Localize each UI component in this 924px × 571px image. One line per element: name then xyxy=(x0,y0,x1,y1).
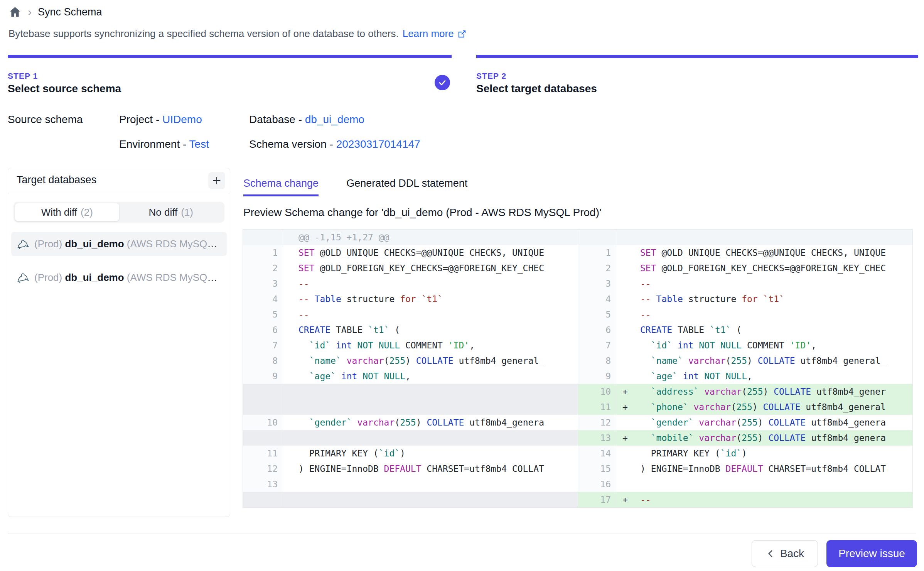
code-line: SET @OLD_UNIQUE_CHECKS=@@UNIQUE_CHECKS, … xyxy=(616,245,912,260)
tab-schema-change[interactable]: Schema change xyxy=(243,177,319,196)
target-databases-panel: Target databases With diff (2) No diff (… xyxy=(8,168,230,517)
line-number xyxy=(243,384,283,399)
environment-badge: (Prod) xyxy=(34,238,62,250)
page-description: Bytebase supports synchronizing a specif… xyxy=(8,28,467,40)
page-title: Sync Schema xyxy=(38,6,102,18)
environment-link[interactable]: Test xyxy=(189,138,209,150)
tab-no-diff[interactable]: No diff (1) xyxy=(119,203,223,221)
project-label: Project - xyxy=(119,113,162,125)
step2-label: STEP 2 xyxy=(476,71,506,81)
database-name: db_ui_demo xyxy=(65,238,124,250)
line-number: 1 xyxy=(243,245,283,260)
line-number: 12 xyxy=(578,415,616,430)
tab-with-diff[interactable]: With diff (2) xyxy=(15,203,119,221)
diff-row: 3--3-- xyxy=(243,276,912,291)
diff-table: @@ -1,15 +1,27 @@1SET @OLD_UNIQUE_CHECKS… xyxy=(243,229,913,508)
diff-row: 1SET @OLD_UNIQUE_CHECKS=@@UNIQUE_CHECKS,… xyxy=(243,245,912,260)
code-line: + `address` varchar(255) COLLATE utf8mb4… xyxy=(616,384,912,399)
code-line: SET @OLD_FOREIGN_KEY_CHECKS=@@FOREIGN_KE… xyxy=(283,260,578,276)
diff-filter-tabs: With diff (2) No diff (1) xyxy=(13,202,224,223)
line-number: 3 xyxy=(243,276,283,291)
environment-badge: (Prod) xyxy=(34,272,62,283)
diff-row: 1316 xyxy=(243,476,912,492)
code-line: CREATE TABLE `t1` ( xyxy=(283,322,578,338)
line-number: 4 xyxy=(243,291,283,307)
source-database-field: Database - db_ui_demo xyxy=(249,113,364,126)
diff-sign: + xyxy=(622,399,640,415)
code-line: `id` int NOT NULL COMMENT 'ID', xyxy=(283,338,578,353)
project-link[interactable]: UIDemo xyxy=(162,113,202,125)
code-line: -- xyxy=(616,307,912,322)
code-line: `gender` varchar(255) COLLATE utf8mb4_ge… xyxy=(283,415,578,430)
learn-more-link[interactable]: Learn more xyxy=(403,28,467,40)
code-line xyxy=(283,476,578,492)
diff-row: 6CREATE TABLE `t1` (6CREATE TABLE `t1` ( xyxy=(243,322,912,338)
breadcrumb-chevron-icon: › xyxy=(28,5,32,19)
preview-tabs: Schema change Generated DDL statement xyxy=(243,177,467,196)
code-line xyxy=(616,230,912,245)
step1-progress-bar xyxy=(8,55,452,58)
line-number: 16 xyxy=(578,476,616,492)
breadcrumb: › Sync Schema xyxy=(8,5,102,19)
diff-sign: + xyxy=(622,492,640,507)
code-line xyxy=(283,399,578,415)
preview-issue-button[interactable]: Preview issue xyxy=(826,540,917,567)
database-item-text: (Prod) db_ui_demo (AWS RDS MySQL Prod) xyxy=(34,272,221,284)
add-target-database-button[interactable] xyxy=(208,172,225,189)
with-diff-label: With diff xyxy=(41,206,77,218)
diff-row: @@ -1,15 +1,27 @@ xyxy=(243,230,912,245)
code-line: ) ENGINE=InnoDB DEFAULT CHARSET=utf8mb4 … xyxy=(616,461,912,476)
step2-title: Select target databases xyxy=(476,83,597,95)
code-line: SET @OLD_UNIQUE_CHECKS=@@UNIQUE_CHECKS, … xyxy=(283,245,578,260)
line-number: 5 xyxy=(578,307,616,322)
code-line: -- xyxy=(283,276,578,291)
diff-row: 7 `id` int NOT NULL COMMENT 'ID',7 `id` … xyxy=(243,338,912,353)
external-link-icon xyxy=(457,29,467,39)
diff-row: 9 `age` int NOT NULL,9 `age` int NOT NUL… xyxy=(243,368,912,384)
diff-row: 4-- Table structure for `t1`4-- Table st… xyxy=(243,291,912,307)
line-number: 6 xyxy=(578,322,616,338)
line-number: 3 xyxy=(578,276,616,291)
code-line: `age` int NOT NULL, xyxy=(616,368,912,384)
tab-generated-ddl[interactable]: Generated DDL statement xyxy=(346,177,467,196)
code-line: `age` int NOT NULL, xyxy=(283,368,578,384)
code-line: -- Table structure for `t1` xyxy=(283,291,578,307)
code-line xyxy=(283,492,578,507)
database-list-item[interactable]: (Prod) db_ui_demo (AWS RDS MySQL Prod) xyxy=(11,232,227,256)
schema-version-link[interactable]: 20230317014147 xyxy=(336,138,420,150)
home-icon[interactable] xyxy=(8,5,22,19)
step1-title: Select source schema xyxy=(8,83,121,95)
database-link[interactable]: db_ui_demo xyxy=(305,113,364,125)
code-line: -- Table structure for `t1` xyxy=(616,291,912,307)
diff-row: 10 `gender` varchar(255) COLLATE utf8mb4… xyxy=(243,415,912,430)
chevron-left-icon xyxy=(766,549,776,559)
line-number: 13 xyxy=(243,476,283,492)
database-list-item[interactable]: (Prod) db_ui_demo (AWS RDS MySQL Prod) xyxy=(11,265,227,290)
code-line: +-- xyxy=(616,492,912,507)
line-number: 6 xyxy=(243,322,283,338)
back-button[interactable]: Back xyxy=(752,540,818,567)
database-item-text: (Prod) db_ui_demo (AWS RDS MySQL Prod) xyxy=(34,238,221,250)
line-number: 12 xyxy=(243,461,283,476)
diff-row: 11+ `phone` varchar(255) COLLATE utf8mb4… xyxy=(243,399,912,415)
line-number xyxy=(243,399,283,415)
line-number: 10 xyxy=(243,415,283,430)
code-line xyxy=(283,430,578,446)
code-line: -- xyxy=(616,276,912,291)
back-label: Back xyxy=(780,547,804,560)
code-line: + `mobile` varchar(255) COLLATE utf8mb4_… xyxy=(616,430,912,446)
code-line: ) ENGINE=InnoDB DEFAULT CHARSET=utf8mb4 … xyxy=(283,461,578,476)
diff-row: 13+ `mobile` varchar(255) COLLATE utf8mb… xyxy=(243,430,912,446)
line-number: 8 xyxy=(243,353,283,368)
line-number: 11 xyxy=(243,446,283,461)
line-number: 9 xyxy=(243,368,283,384)
preview-issue-label: Preview issue xyxy=(838,547,905,560)
plus-icon xyxy=(211,175,222,186)
code-line: PRIMARY KEY (`id`) xyxy=(616,446,912,461)
diff-row: 2SET @OLD_FOREIGN_KEY_CHECKS=@@FOREIGN_K… xyxy=(243,260,912,276)
code-line: `name` varchar(255) COLLATE utf8mb4_gene… xyxy=(283,353,578,368)
with-diff-count: (2) xyxy=(81,206,93,218)
line-number: 9 xyxy=(578,368,616,384)
step2-progress-bar xyxy=(476,55,918,58)
source-schema-version-field: Schema version - 20230317014147 xyxy=(249,138,420,150)
